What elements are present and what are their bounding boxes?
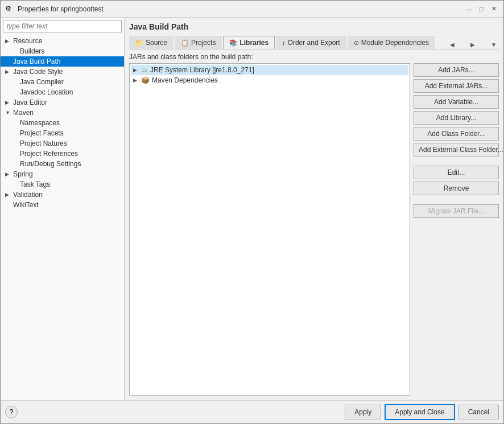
maximize-button[interactable]: □ bbox=[476, 4, 486, 14]
tree-row-jre[interactable]: ▶ 🗂 JRE System Library [jre1.8.0_271] bbox=[131, 65, 408, 75]
sidebar-item-label: Resource bbox=[13, 37, 42, 45]
apply-button[interactable]: Apply bbox=[345, 405, 381, 419]
sidebar-item-label: Namespaces bbox=[20, 119, 60, 127]
buttons-panel: Add JARs... Add External JARs... Add Var… bbox=[414, 63, 499, 396]
right-panel: Java Build Path 📁 Source 📋 Projects 📚 Li… bbox=[125, 18, 503, 400]
tree-panel[interactable]: ▶ 🗂 JRE System Library [jre1.8.0_271] ▶ … bbox=[129, 63, 410, 396]
tab-nav-forward[interactable]: ▶ bbox=[468, 40, 477, 49]
expand-icon: ▶ bbox=[5, 100, 12, 105]
module-tab-icon: ⊙ bbox=[354, 39, 359, 47]
sidebar-item-label: Spring bbox=[13, 170, 33, 178]
sidebar-item-builders[interactable]: Builders bbox=[1, 46, 124, 56]
close-button[interactable]: ✕ bbox=[489, 4, 499, 14]
edit-button[interactable]: Edit... bbox=[414, 166, 499, 179]
button-spacer bbox=[414, 159, 499, 163]
expand-icon: ▼ bbox=[5, 110, 12, 116]
expand-icon: ▶ bbox=[5, 69, 12, 75]
sidebar: ▶ Resource Builders Java Build Path ▶ Ja… bbox=[1, 18, 125, 400]
sidebar-item-spring[interactable]: ▶ Spring bbox=[1, 169, 124, 179]
add-external-jars-button[interactable]: Add External JARs... bbox=[414, 79, 499, 93]
tab-source-label: Source bbox=[146, 39, 167, 47]
migrate-jar-button[interactable]: Migrate JAR File... bbox=[414, 204, 499, 218]
jre-icon: 🗂 bbox=[141, 66, 148, 74]
properties-dialog: ⚙ Properties for springboottest — □ ✕ ▶ … bbox=[0, 0, 504, 424]
sidebar-item-label: Java Editor bbox=[13, 98, 47, 106]
sidebar-item-java-build-path[interactable]: Java Build Path bbox=[1, 56, 124, 67]
sidebar-item-label: Java Code Style bbox=[13, 68, 63, 76]
maven-icon: 📦 bbox=[141, 76, 150, 84]
add-jars-button[interactable]: Add JARs... bbox=[414, 63, 499, 77]
panel-title: Java Build Path bbox=[129, 22, 499, 31]
sidebar-item-label: Java Compiler bbox=[20, 78, 64, 86]
sidebar-item-label: Project Facets bbox=[20, 129, 64, 137]
minimize-button[interactable]: — bbox=[464, 4, 474, 14]
order-tab-icon: ↕ bbox=[282, 39, 286, 46]
sidebar-item-project-references[interactable]: Project References bbox=[1, 149, 124, 159]
sidebar-item-label: Project References bbox=[20, 150, 78, 158]
tab-order-export[interactable]: ↕ Order and Export bbox=[276, 36, 346, 49]
maven-expand-icon: ▶ bbox=[133, 77, 141, 83]
tab-module-dependencies-label: Module Dependencies bbox=[361, 39, 429, 47]
sidebar-item-resource[interactable]: ▶ Resource bbox=[1, 36, 124, 46]
tree-row-maven[interactable]: ▶ 📦 Maven Dependencies bbox=[131, 75, 408, 85]
tab-projects-label: Projects bbox=[191, 39, 216, 47]
window-icon: ⚙ bbox=[5, 5, 14, 14]
build-path-label: JARs and class folders on the build path… bbox=[129, 53, 499, 61]
tab-nav-back[interactable]: ◀ bbox=[448, 40, 457, 49]
tab-module-dependencies[interactable]: ⊙ Module Dependencies bbox=[348, 36, 435, 49]
content-area: ▶ 🗂 JRE System Library [jre1.8.0_271] ▶ … bbox=[129, 63, 499, 396]
sidebar-item-label: Task Tags bbox=[20, 180, 50, 188]
sidebar-item-run-debug-settings[interactable]: Run/Debug Settings bbox=[1, 159, 124, 169]
filter-input[interactable] bbox=[3, 20, 122, 32]
main-content: ▶ Resource Builders Java Build Path ▶ Ja… bbox=[1, 18, 503, 400]
tabs-row: 📁 Source 📋 Projects 📚 Libraries ↕ Order … bbox=[129, 36, 499, 50]
apply-close-button[interactable]: Apply and Close bbox=[385, 404, 455, 420]
expand-icon: ▶ bbox=[5, 38, 12, 44]
tab-dropdown[interactable]: ▼ bbox=[489, 40, 499, 49]
libraries-tab-icon: 📚 bbox=[229, 39, 237, 47]
add-external-class-folder-button[interactable]: Add External Class Folder... bbox=[414, 143, 499, 157]
sidebar-item-javadoc-location[interactable]: Javadoc Location bbox=[1, 87, 124, 97]
sidebar-item-wikitext[interactable]: WikiText bbox=[1, 200, 124, 210]
sidebar-item-project-facets[interactable]: Project Facets bbox=[1, 128, 124, 138]
sidebar-item-task-tags[interactable]: Task Tags bbox=[1, 179, 124, 190]
projects-tab-icon: 📋 bbox=[181, 39, 189, 47]
tab-source[interactable]: 📁 Source bbox=[129, 36, 173, 49]
sidebar-item-validation[interactable]: ▶ Validation bbox=[1, 190, 124, 200]
tab-order-export-label: Order and Export bbox=[288, 39, 340, 47]
sidebar-item-java-compiler[interactable]: Java Compiler bbox=[1, 77, 124, 87]
bottom-bar: ? Apply Apply and Close Cancel bbox=[1, 400, 503, 423]
sidebar-item-label: Builders bbox=[20, 47, 44, 55]
sidebar-item-label: WikiText bbox=[13, 201, 39, 209]
button-spacer-2 bbox=[414, 197, 499, 202]
source-tab-icon: 📁 bbox=[135, 39, 143, 47]
maven-label: Maven Dependencies bbox=[152, 76, 218, 84]
remove-button[interactable]: Remove bbox=[414, 182, 499, 195]
add-library-button[interactable]: Add Library... bbox=[414, 111, 499, 125]
title-bar: ⚙ Properties for springboottest — □ ✕ bbox=[1, 1, 503, 18]
window-controls: — □ ✕ bbox=[464, 4, 499, 14]
add-variable-button[interactable]: Add Variable... bbox=[414, 95, 499, 109]
nav-tree: ▶ Resource Builders Java Build Path ▶ Ja… bbox=[1, 35, 124, 400]
sidebar-item-java-editor[interactable]: ▶ Java Editor bbox=[1, 97, 124, 108]
sidebar-item-label: Project Natures bbox=[20, 139, 67, 147]
sidebar-item-namespaces[interactable]: Namespaces bbox=[1, 118, 124, 128]
tab-libraries-label: Libraries bbox=[239, 39, 268, 47]
sidebar-item-maven[interactable]: ▼ Maven bbox=[1, 108, 124, 118]
expand-icon: ▶ bbox=[5, 171, 12, 177]
sidebar-item-project-natures[interactable]: Project Natures bbox=[1, 138, 124, 149]
sidebar-item-label: Run/Debug Settings bbox=[20, 160, 81, 168]
tab-libraries[interactable]: 📚 Libraries bbox=[223, 36, 275, 49]
help-button[interactable]: ? bbox=[5, 406, 18, 418]
expand-icon: ▶ bbox=[5, 192, 12, 197]
sidebar-item-java-code-style[interactable]: ▶ Java Code Style bbox=[1, 67, 124, 77]
bottom-left: ? bbox=[5, 406, 18, 418]
cancel-button[interactable]: Cancel bbox=[458, 405, 499, 419]
sidebar-item-label: Java Build Path bbox=[13, 57, 60, 65]
tab-projects[interactable]: 📋 Projects bbox=[175, 36, 222, 49]
sidebar-item-label: Validation bbox=[13, 191, 43, 199]
sidebar-item-label: Maven bbox=[13, 109, 34, 117]
jre-label: JRE System Library [jre1.8.0_271] bbox=[150, 66, 254, 74]
add-class-folder-button[interactable]: Add Class Folder... bbox=[414, 127, 499, 141]
window-title: Properties for springboottest bbox=[18, 5, 464, 13]
